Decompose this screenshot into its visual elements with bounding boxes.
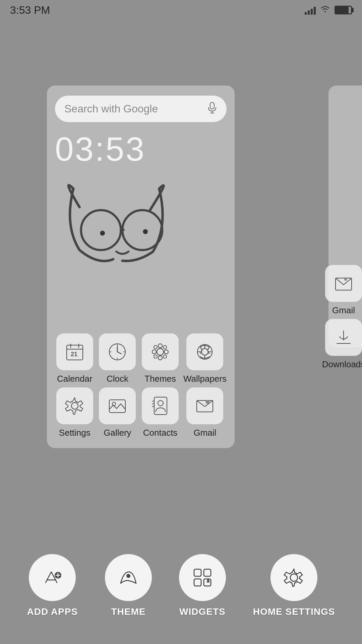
app-label-gallery: Gallery xyxy=(104,428,131,438)
toolbar-add-apps-label: ADD APPS xyxy=(27,606,78,617)
svg-point-7 xyxy=(100,231,105,236)
app-label-gmail: Gmail xyxy=(193,428,216,438)
status-time: 3:53 PM xyxy=(10,4,50,16)
toolbar-home-settings[interactable]: HOME SETTINGS xyxy=(253,554,335,617)
svg-point-40 xyxy=(158,400,163,406)
clock-widget: 03:53 xyxy=(55,132,227,166)
app-icon-clock xyxy=(99,333,136,370)
svg-rect-52 xyxy=(204,569,211,576)
app-label-wallpapers: Wallpapers xyxy=(183,374,227,384)
app-icon-gallery xyxy=(99,387,136,424)
app-icon-gmail xyxy=(186,387,223,424)
theme-circle xyxy=(105,554,152,601)
toolbar-widgets-label: WIDGETS xyxy=(179,606,226,617)
app-item-gallery[interactable]: Gallery xyxy=(98,387,137,438)
svg-point-28 xyxy=(163,345,167,349)
signal-icon xyxy=(305,5,316,15)
app-item-contacts[interactable]: Contacts xyxy=(140,387,180,438)
app-label-gmail-right: Gmail xyxy=(332,305,355,316)
app-item-settings[interactable]: Settings xyxy=(55,387,95,438)
app-grid: 21 Calendar Clock xyxy=(55,333,227,438)
mascot-illustration xyxy=(55,166,227,273)
app-item-clock[interactable]: Clock xyxy=(98,333,137,384)
svg-point-27 xyxy=(163,355,167,358)
svg-point-6 xyxy=(122,210,162,250)
home-card: Search with Google 03:53 xyxy=(47,86,235,448)
app-item-themes[interactable]: Themes xyxy=(140,333,180,384)
svg-point-1 xyxy=(344,278,347,281)
svg-rect-53 xyxy=(194,579,201,586)
svg-point-38 xyxy=(112,402,116,406)
app-item-gmail[interactable]: Gmail xyxy=(183,387,227,438)
svg-point-8 xyxy=(143,229,148,234)
svg-text:21: 21 xyxy=(71,351,77,358)
svg-point-29 xyxy=(154,355,157,358)
status-bar: 3:53 PM xyxy=(0,0,362,20)
app-item-wallpapers[interactable]: Wallpapers xyxy=(183,333,227,384)
app-item-downloads-right[interactable]: Downloads xyxy=(322,319,362,370)
svg-point-31 xyxy=(201,348,208,355)
wifi-icon xyxy=(320,4,330,16)
svg-point-55 xyxy=(290,574,298,581)
toolbar-theme[interactable]: THEME xyxy=(105,554,152,617)
svg-point-24 xyxy=(152,350,156,354)
toolbar-widgets[interactable]: WIDGETS xyxy=(179,554,226,617)
svg-point-25 xyxy=(164,350,168,354)
svg-point-23 xyxy=(158,356,162,360)
app-label-contacts: Contacts xyxy=(143,428,178,438)
search-bar[interactable]: Search with Google xyxy=(55,96,227,122)
svg-point-45 xyxy=(206,400,209,404)
svg-point-50 xyxy=(126,574,130,578)
svg-point-5 xyxy=(81,210,121,250)
app-icon-contacts xyxy=(142,387,179,424)
app-icon-settings xyxy=(56,387,93,424)
svg-line-16 xyxy=(117,352,121,354)
svg-rect-2 xyxy=(210,102,214,109)
add-apps-circle xyxy=(29,554,76,601)
app-icon-wallpapers xyxy=(186,333,223,370)
battery-icon xyxy=(335,6,352,14)
svg-point-21 xyxy=(157,348,164,355)
app-label-downloads: Downloads xyxy=(322,359,362,370)
app-label-themes: Themes xyxy=(144,374,176,384)
toolbar-home-settings-label: HOME SETTINGS xyxy=(253,606,335,617)
svg-point-26 xyxy=(154,345,157,349)
app-label-calendar: Calendar xyxy=(57,374,93,384)
svg-point-22 xyxy=(158,344,162,348)
app-item-gmail-right[interactable]: Gmail xyxy=(325,265,362,316)
app-icon-themes xyxy=(142,333,179,370)
app-icon-gmail-right xyxy=(325,265,362,302)
search-placeholder: Search with Google xyxy=(64,103,202,115)
svg-rect-51 xyxy=(194,569,201,576)
app-label-clock: Clock xyxy=(107,374,128,384)
status-icons xyxy=(305,4,352,16)
app-item-calendar[interactable]: 21 Calendar xyxy=(55,333,95,384)
toolbar-theme-label: THEME xyxy=(111,606,145,617)
app-label-settings: Settings xyxy=(59,428,90,438)
widgets-circle xyxy=(179,554,226,601)
app-icon-calendar: 21 xyxy=(56,333,93,370)
mic-icon[interactable] xyxy=(207,102,217,116)
app-icon-downloads xyxy=(325,319,362,356)
toolbar-add-apps[interactable]: ADD APPS xyxy=(27,554,78,617)
svg-point-36 xyxy=(71,402,78,409)
home-settings-circle xyxy=(270,554,317,601)
bottom-toolbar: ADD APPS THEME WIDGETS xyxy=(0,554,362,617)
right-apps-panel: Gmail Downloads xyxy=(325,265,362,370)
